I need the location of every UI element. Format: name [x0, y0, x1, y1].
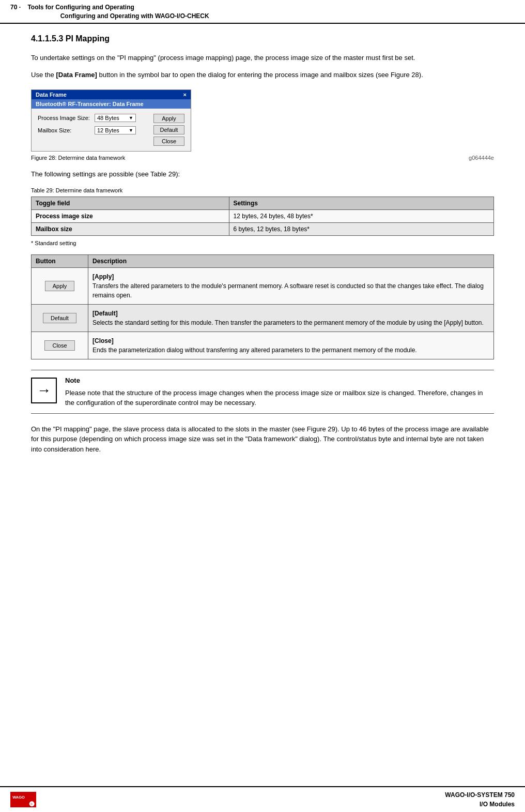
figure-caption-text: Figure 28: Determine data framework [31, 155, 125, 161]
table-29-caption: Table 29: Determine data framework [31, 187, 494, 193]
page-footer: WAGO ® WAGO-I/O-SYSTEM 750 I/O Modules [0, 786, 525, 812]
dialog-box: Data Frame × Bluetooth® RF-Transceiver: … [31, 89, 191, 152]
wago-logo: WAGO ® [10, 792, 36, 807]
figure-28-caption: Figure 28: Determine data framework g064… [31, 155, 494, 161]
paragraph-2: Use the [Data Frame] button in the symbo… [31, 70, 494, 80]
table29-footnote: * Standard setting [31, 240, 494, 246]
default-btn[interactable]: Default [43, 313, 76, 323]
table29-row-1-col1: Mailbox size [32, 223, 229, 236]
header-left: 70 · Tools for Configuring and Operating… [10, 3, 209, 21]
btn-table-row-2-btn: Close [32, 332, 88, 359]
page-number: 70 [10, 4, 17, 11]
dialog-titlebar: Data Frame × [32, 90, 191, 99]
table-row: Apply[Apply]Transfers the altered parame… [32, 268, 494, 305]
btn-table-col1-header: Button [32, 255, 88, 268]
paragraph-4: On the "PI mapping" page, the slave proc… [31, 424, 494, 455]
table29-row-0-col1: Process image size [32, 210, 229, 223]
btn-table-row-1-desc: [Default]Selects the standard setting fo… [88, 305, 494, 332]
note-text: Please note that the structure of the pr… [65, 388, 494, 408]
footer-brand: WAGO-I/O-SYSTEM 750 [445, 791, 515, 799]
default-button[interactable]: Default [153, 125, 184, 134]
table29-col2-header: Settings [229, 197, 493, 210]
dataframe-bold: [Data Frame] [56, 71, 97, 79]
dialog-buttons: Apply Default Close [153, 114, 184, 146]
dialog-close-x[interactable]: × [183, 92, 187, 98]
table-row: Default[Default]Selects the standard set… [32, 305, 494, 332]
footer-right: WAGO-I/O-SYSTEM 750 I/O Modules [445, 790, 515, 809]
figure-28-container: Data Frame × Bluetooth® RF-Transceiver: … [31, 89, 494, 161]
process-image-select[interactable]: 48 Bytes ▼ [95, 114, 136, 122]
table-row: Close[Close]Ends the parameterization di… [32, 332, 494, 359]
table29-row-1-col2: 6 bytes, 12 bytes, 18 bytes* [229, 223, 493, 236]
mailbox-size-label: Mailbox Size: [38, 127, 95, 133]
page-header: 70 · Tools for Configuring and Operating… [0, 0, 525, 24]
process-image-label: Process Image Size: [38, 115, 95, 121]
header-title2: Configuring and Operating with WAGO-I/O-… [60, 12, 209, 20]
paragraph-3: The following settings are possible (see… [31, 169, 494, 179]
dialog-body: Process Image Size: 48 Bytes ▼ Mailbox S… [32, 109, 191, 151]
footer-product: I/O Modules [480, 801, 515, 808]
main-content: 4.1.1.5.3 PI Mapping To undertake settin… [0, 24, 525, 493]
apply-button[interactable]: Apply [153, 114, 184, 123]
dialog-subtitle: Bluetooth® RF-Transceiver: Data Frame [32, 99, 191, 109]
note-title: Note [65, 375, 494, 386]
table29-row-0-col2: 12 bytes, 24 bytes, 48 bytes* [229, 210, 493, 223]
btn-table-row-2-desc: [Close]Ends the parameterization dialog … [88, 332, 494, 359]
select-arrow-2: ▼ [129, 128, 133, 133]
close-button[interactable]: Close [153, 137, 184, 146]
button-table: Button Description Apply[Apply]Transfers… [31, 254, 494, 359]
header-title1: Tools for Configuring and Operating [27, 4, 134, 11]
table-29: Toggle field Settings Process image size… [31, 197, 494, 236]
note-content: Note Please note that the structure of t… [65, 375, 494, 408]
paragraph-1: To undertake settings on the "PI mapping… [31, 53, 494, 63]
note-box: → Note Please note that the structure of… [31, 370, 494, 414]
section-heading: 4.1.1.5.3 PI Mapping [31, 34, 494, 43]
figure-caption-ref: g064444e [469, 155, 494, 161]
header-bullet: · [19, 4, 21, 11]
close-btn[interactable]: Close [44, 340, 74, 351]
apply-btn[interactable]: Apply [45, 281, 75, 291]
btn-table-col2-header: Description [88, 255, 494, 268]
table29-col1-header: Toggle field [32, 197, 229, 210]
mailbox-size-select[interactable]: 12 Bytes ▼ [95, 126, 136, 134]
note-arrow-icon: → [31, 378, 57, 403]
select-arrow-1: ▼ [129, 115, 133, 121]
svg-text:WAGO: WAGO [12, 795, 25, 800]
dialog-row-2: Mailbox Size: 12 Bytes ▼ [38, 126, 143, 134]
svg-text:®: ® [30, 803, 33, 806]
btn-table-row-1-btn: Default [32, 305, 88, 332]
dialog-row-1: Process Image Size: 48 Bytes ▼ [38, 114, 143, 122]
dialog-title: Data Frame [36, 92, 67, 98]
btn-table-row-0-btn: Apply [32, 268, 88, 305]
btn-table-row-0-desc: [Apply]Transfers the altered parameters … [88, 268, 494, 305]
